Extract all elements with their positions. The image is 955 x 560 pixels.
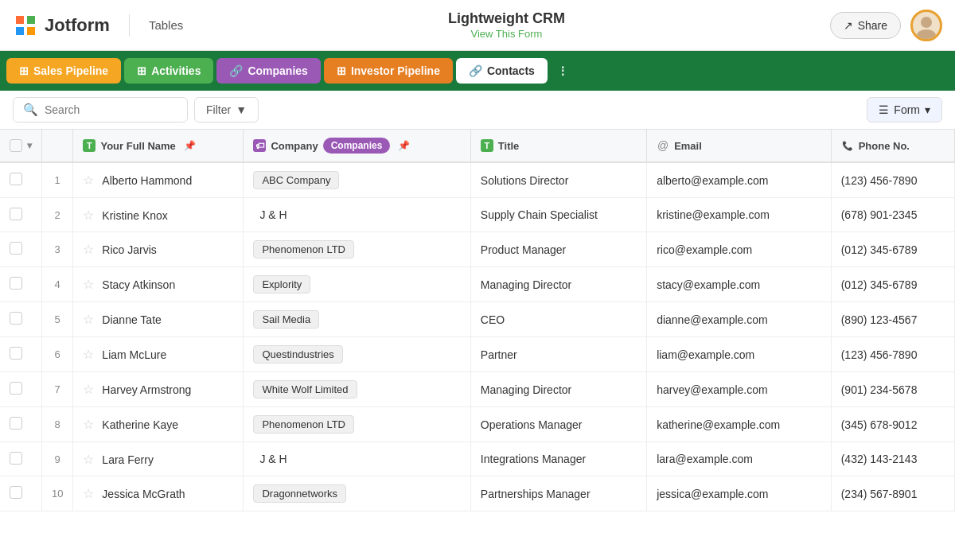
star-icon[interactable]: ☆ [83,313,94,326]
company-tag[interactable]: Sail Media [253,310,319,329]
form-button[interactable]: ☰ Form ▾ [867,97,942,122]
share-button[interactable]: ↗ Share [830,12,901,39]
company-tag[interactable]: Explority [253,275,310,294]
row-title: Partner [481,348,517,361]
star-icon[interactable]: ☆ [83,383,94,396]
filter-icon: ▼ [236,103,247,116]
row-title-cell: Partnerships Manager [470,476,646,511]
at-col-icon: @ [657,139,669,152]
star-icon[interactable]: ☆ [83,173,94,187]
filter-button[interactable]: Filter ▼ [194,97,259,122]
tab-contacts[interactable]: 🔗 Contacts [456,58,548,84]
table-row: 1 ☆ Alberto Hammond ABC Company Solution… [0,162,955,198]
tab-investor-pipeline[interactable]: ⊞ Investor Pipeline [324,58,453,84]
row-name-cell: ☆ Harvey Armstrong [73,372,244,407]
row-checkbox[interactable] [10,486,22,499]
row-checkbox[interactable] [10,208,22,220]
row-checkbox-cell [0,442,42,476]
tab-activities[interactable]: ⊞ Activities [124,58,213,84]
row-name: Lara Ferry [102,453,154,466]
grid-icon-2: ⊞ [137,64,146,77]
star-icon[interactable]: ☆ [83,453,94,466]
tab-companies[interactable]: 🔗 Companies [216,58,320,84]
row-email-cell: lara@example.com [647,442,832,476]
row-title: Integrations Manager [481,453,586,465]
row-phone: (123) 456-7890 [841,348,918,361]
row-title-cell: Integrations Manager [470,442,646,476]
row-phone-cell: (432) 143-2143 [831,442,954,476]
row-company-cell: White Wolf Limited [244,372,470,407]
row-email-cell: stacy@example.com [647,267,832,302]
star-icon[interactable]: ☆ [83,208,94,222]
row-company-cell: Phenomenon LTD [244,407,470,442]
col-company[interactable]: 🏷 Company Companies 📌 [244,130,470,162]
row-checkbox[interactable] [10,242,22,255]
company-tag[interactable]: Phenomenon LTD [253,415,354,434]
row-number: 10 [42,476,73,511]
avatar[interactable] [910,10,942,41]
company-tag[interactable]: White Wolf Limited [253,380,357,399]
row-number: 3 [42,232,73,267]
table-row: 2 ☆ Kristine Knox J & H Supply Chain Spe… [0,198,955,232]
tab-more[interactable]: ⋮ [551,58,575,84]
company-tag[interactable]: Phenomenon LTD [253,240,354,259]
row-checkbox[interactable] [10,452,22,465]
col-full-name[interactable]: T Your Full Name 📌 [73,130,244,162]
row-checkbox[interactable] [10,173,22,185]
search-icon: 🔍 [23,103,38,117]
share-icon: ↗ [844,19,853,32]
table-header-row: ▾ T Your Full Name 📌 🏷 Company Compan [0,130,955,162]
chevron-down-icon-2[interactable]: ▾ [27,140,32,151]
search-input[interactable] [45,103,177,116]
tag-col-icon: 🏷 [253,139,266,152]
row-checkbox[interactable] [10,277,22,290]
svg-marker-3 [16,27,24,35]
toolbar: 🔍 Filter ▼ ☰ Form ▾ [0,91,955,130]
company-tag[interactable]: Questindustries [253,345,342,364]
row-checkbox-cell [0,372,42,407]
row-phone-cell: (678) 901-2345 [831,198,954,232]
star-icon[interactable]: ☆ [83,278,94,291]
row-phone-cell: (234) 567-8901 [831,476,954,511]
row-company-cell: Explority [244,267,470,302]
row-title: Supply Chain Specialist [481,208,598,221]
row-company-cell: ABC Company [244,162,470,198]
row-title: Operations Manager [481,418,583,431]
row-phone: (123) 456-7890 [841,174,918,187]
row-email-cell: kristine@example.com [647,198,832,232]
link-icon: 🔗 [229,64,243,77]
row-title: Product Manager [481,243,566,256]
row-checkbox[interactable] [10,347,22,360]
text-col-icon-2: T [481,139,493,152]
row-name: Rico Jarvis [102,243,156,256]
star-icon[interactable]: ☆ [83,487,94,500]
svg-point-6 [917,29,936,39]
col-title[interactable]: T Title [470,130,646,162]
row-number: 6 [42,337,73,372]
col-email[interactable]: @ Email [647,130,832,162]
star-icon[interactable]: ☆ [83,348,94,361]
select-all-checkbox[interactable] [10,139,22,152]
row-number: 5 [42,302,73,337]
company-tag[interactable]: ABC Company [253,171,339,189]
star-icon[interactable]: ☆ [83,243,94,256]
row-email: lara@example.com [657,453,753,465]
company-tag[interactable]: Dragonnetworks [253,484,346,503]
row-checkbox[interactable] [10,417,22,430]
row-name: Harvey Armstrong [102,383,191,396]
row-email: jessica@example.com [657,488,768,500]
chevron-down-icon: ▾ [925,103,930,116]
star-icon[interactable]: ☆ [83,418,94,431]
svg-marker-1 [16,16,24,24]
row-phone-cell: (012) 345-6789 [831,267,954,302]
col-phone[interactable]: 📞 Phone No. [831,130,954,162]
table-row: 7 ☆ Harvey Armstrong White Wolf Limited … [0,372,955,407]
row-name: Katherine Kaye [102,418,178,431]
row-name: Liam McLure [102,348,166,361]
tab-sales-pipeline[interactable]: ⊞ Sales Pipeline [6,58,121,84]
row-checkbox[interactable] [10,382,22,395]
view-form-link[interactable]: View This Form [471,28,543,40]
row-checkbox[interactable] [10,312,22,325]
logo[interactable]: Jotform [13,13,110,38]
text-col-icon: T [83,139,96,152]
